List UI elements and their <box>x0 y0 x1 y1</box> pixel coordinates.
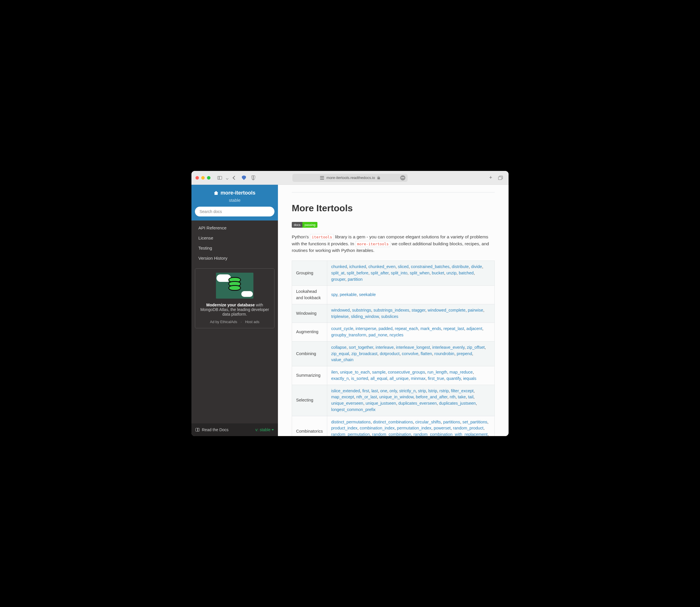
function-link[interactable]: split_into <box>391 271 407 275</box>
sidebar-nav-item[interactable]: License <box>191 233 278 243</box>
function-link[interactable]: longest_common_prefix <box>331 407 376 412</box>
ad-host-link[interactable]: Host ads <box>245 320 259 324</box>
minimize-window-button[interactable] <box>201 176 205 180</box>
function-link[interactable]: flatten <box>420 351 432 356</box>
function-link[interactable]: all_equal <box>370 376 387 381</box>
function-link[interactable]: unzip <box>447 271 457 275</box>
function-link[interactable]: peekable <box>339 292 357 297</box>
zoom-window-button[interactable] <box>207 176 210 180</box>
function-link[interactable]: pairwise <box>468 308 483 312</box>
function-link[interactable]: dotproduct <box>380 351 399 356</box>
function-link[interactable]: divide <box>471 264 482 269</box>
function-link[interactable]: sliced <box>398 264 409 269</box>
function-link[interactable]: unique_everseen <box>331 401 363 405</box>
function-link[interactable]: mark_ends <box>420 326 441 331</box>
function-link[interactable]: islice_extended <box>331 389 360 393</box>
function-link[interactable]: product_index <box>331 426 357 430</box>
function-link[interactable]: constrained_batches <box>411 264 450 269</box>
sidebar-nav-item[interactable]: Testing <box>191 243 278 253</box>
function-link[interactable]: pad_none <box>368 333 387 337</box>
function-link[interactable]: sort_together <box>349 345 373 350</box>
function-link[interactable]: grouper <box>331 277 345 281</box>
function-link[interactable]: nth <box>450 395 455 399</box>
function-link[interactable]: windowed <box>331 308 350 312</box>
function-link[interactable]: first <box>363 389 369 393</box>
function-link[interactable]: repeat_last <box>444 326 464 331</box>
function-link[interactable]: count_cycle <box>331 326 353 331</box>
function-link[interactable]: zip_broadcast <box>351 351 377 356</box>
function-link[interactable]: combination_index <box>360 426 395 430</box>
toolbar-dropdown-button[interactable] <box>225 174 229 182</box>
page-actions-button[interactable]: ••• <box>400 175 405 181</box>
function-link[interactable]: convolve <box>402 351 418 356</box>
function-link[interactable]: bucket <box>432 271 444 275</box>
function-link[interactable]: split_when <box>410 271 430 275</box>
function-link[interactable]: one <box>380 389 387 393</box>
function-link[interactable]: duplicates_justseen <box>439 401 476 405</box>
function-link[interactable]: filter_except <box>451 389 473 393</box>
function-link[interactable]: before_and_after <box>416 395 448 399</box>
function-link[interactable]: split_before <box>347 271 368 275</box>
function-link[interactable]: repeat_each <box>395 326 418 331</box>
function-link[interactable]: strip <box>418 389 426 393</box>
function-link[interactable]: take <box>458 395 466 399</box>
function-link[interactable]: random_product <box>453 426 483 430</box>
function-link[interactable]: prepend <box>457 351 472 356</box>
function-link[interactable]: distinct_permutations <box>331 420 371 424</box>
function-link[interactable]: chunked_even <box>368 264 395 269</box>
function-link[interactable]: iequals <box>463 376 476 381</box>
function-link[interactable]: seekable <box>359 292 376 297</box>
function-link[interactable]: partitions <box>443 420 460 424</box>
function-link[interactable]: split_after <box>371 271 389 275</box>
function-link[interactable]: minmax <box>411 376 426 381</box>
function-link[interactable]: spy <box>331 292 337 297</box>
close-window-button[interactable] <box>195 176 199 180</box>
function-link[interactable]: groupby_transform <box>331 333 367 337</box>
function-link[interactable]: first_true <box>428 376 444 381</box>
function-link[interactable]: zip_offset <box>467 345 485 350</box>
function-link[interactable]: unique_justseen <box>366 401 396 405</box>
tab-overview-button[interactable] <box>496 174 505 182</box>
function-link[interactable]: distribute <box>452 264 469 269</box>
sidebar-footer[interactable]: Read the Docs v: stable <box>191 423 278 436</box>
function-link[interactable]: lstrip <box>428 389 437 393</box>
version-switcher[interactable]: v: stable <box>255 427 274 432</box>
function-link[interactable]: last <box>371 389 378 393</box>
function-link[interactable]: random_permutation <box>331 432 370 436</box>
extension-icon[interactable] <box>240 174 248 182</box>
function-link[interactable]: split_at <box>331 271 345 275</box>
privacy-shield-icon[interactable] <box>249 174 257 182</box>
function-link[interactable]: roundrobin <box>434 351 454 356</box>
function-link[interactable]: interleave <box>376 345 394 350</box>
function-link[interactable]: ilen <box>331 370 338 374</box>
function-link[interactable]: run_length <box>427 370 447 374</box>
function-link[interactable]: only <box>390 389 397 393</box>
function-link[interactable]: consecutive_groups <box>388 370 425 374</box>
function-link[interactable]: triplewise <box>331 314 349 319</box>
function-link[interactable]: ncycles <box>390 333 403 337</box>
function-link[interactable]: exactly_n <box>331 376 349 381</box>
function-link[interactable]: random_combination <box>372 432 411 436</box>
function-link[interactable]: unique_to_each <box>340 370 370 374</box>
function-link[interactable]: duplicates_everseen <box>398 401 437 405</box>
function-link[interactable]: windowed_complete <box>428 308 465 312</box>
function-link[interactable]: ichunked <box>349 264 366 269</box>
function-link[interactable]: subslices <box>381 314 398 319</box>
function-link[interactable]: adjacent <box>467 326 482 331</box>
ad-attribution[interactable]: Ad by EthicalAds <box>210 320 237 324</box>
function-link[interactable]: substrings_indexes <box>373 308 409 312</box>
search-input[interactable] <box>195 207 274 216</box>
function-link[interactable]: partition <box>348 277 363 281</box>
function-link[interactable]: zip_equal <box>331 351 349 356</box>
function-link[interactable]: map_reduce <box>450 370 473 374</box>
function-link[interactable]: interleave_longest <box>396 345 430 350</box>
function-link[interactable]: interleave_evenly <box>432 345 465 350</box>
function-link[interactable]: random_combination_with_replacement <box>413 432 488 436</box>
sidebar-ad[interactable]: Modernize your database with MongoDB Atl… <box>195 268 274 328</box>
function-link[interactable]: substrings <box>352 308 371 312</box>
project-home-link[interactable]: more-itertools <box>214 190 255 196</box>
function-link[interactable]: value_chain <box>331 357 353 362</box>
function-link[interactable]: collapse <box>331 345 347 350</box>
function-link[interactable]: permutation_index <box>397 426 431 430</box>
function-link[interactable]: tail <box>468 395 474 399</box>
